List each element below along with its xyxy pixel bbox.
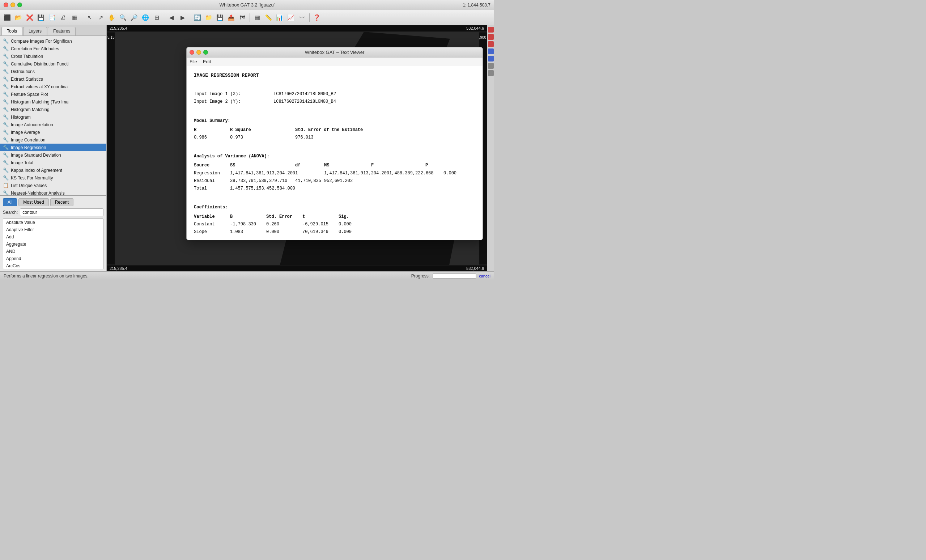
rs-btn-1[interactable]: [488, 27, 494, 33]
forward-tool[interactable]: ▶: [178, 13, 188, 23]
result-append[interactable]: Append: [3, 255, 103, 262]
tool-extract-statistics[interactable]: 🔧 Extract Statistics: [0, 75, 106, 83]
zoom-in-tool[interactable]: 🔍: [118, 13, 128, 23]
result-aggregate[interactable]: Aggregate: [3, 241, 103, 248]
print-button[interactable]: 🖨: [58, 13, 68, 23]
tool-nearest-neighbour[interactable]: 🔧 Nearest-Neighbour Analysis: [0, 189, 106, 195]
tool-distributions[interactable]: 🔧 Distributions: [0, 68, 106, 75]
anova-row-2: Residual 39,733,791,539,379.710 41,710,8…: [194, 178, 475, 185]
pan-tool[interactable]: ✋: [107, 13, 117, 23]
open-button[interactable]: 📂: [14, 13, 24, 23]
result-add[interactable]: Add: [3, 233, 103, 241]
tab-layers[interactable]: Layers: [23, 27, 47, 35]
tool-cumulative-dist[interactable]: 🔧 Cumulative Distribution Functi: [0, 60, 106, 68]
tool-histogram-matching[interactable]: 🔧 Histogram Matching: [0, 106, 106, 113]
report-title: IMAGE REGRESSION REPORT: [194, 72, 475, 80]
measure-tool[interactable]: 📏: [263, 13, 274, 23]
result-and[interactable]: AND: [3, 248, 103, 255]
tool-search-results: Absolute Value Adaptive Filter Add Aggre…: [3, 218, 103, 269]
menu-file[interactable]: File: [189, 59, 197, 64]
rs-btn-2[interactable]: [488, 34, 494, 40]
map-tool[interactable]: 🗺: [237, 13, 247, 23]
tool-image-correlation[interactable]: 🔧 Image Correlation: [0, 136, 106, 144]
close-button[interactable]: [4, 3, 8, 7]
coeff-row-1: Constant -1,798.330 0.260 -6,929.015 0.0…: [194, 221, 475, 228]
rs-btn-6[interactable]: [488, 63, 494, 69]
search-label: Search:: [3, 210, 18, 215]
tool-autocorrelation[interactable]: 🔧 Image Autocorrelation: [0, 121, 106, 129]
save-all-button[interactable]: 📑: [47, 13, 57, 23]
back-tool[interactable]: ◀: [166, 13, 177, 23]
rs-btn-5[interactable]: [488, 56, 494, 62]
coeff-col-sig: Sig.: [339, 213, 368, 220]
rs-btn-4[interactable]: [488, 48, 494, 54]
open-raster-tool[interactable]: 📁: [204, 13, 214, 23]
legend-tool[interactable]: 📊: [275, 13, 284, 23]
tool-kappa-index[interactable]: 🔧 Kappa Index of Agreement: [0, 166, 106, 174]
save-button[interactable]: 💾: [36, 13, 46, 23]
col-std-error: Std. Error of the Estimate: [295, 127, 363, 133]
tab-tools[interactable]: Tools: [2, 27, 23, 35]
tool-label: Feature Space Plot: [11, 92, 48, 97]
result-adaptive-filter[interactable]: Adaptive Filter: [3, 226, 103, 233]
zoom-select-tool[interactable]: ⊞: [151, 13, 162, 23]
dialog-maximize-button[interactable]: [203, 50, 208, 54]
tool-cross-tabulation[interactable]: 🔧 Cross Tabulation: [0, 53, 106, 60]
result-arccos[interactable]: ArcCos: [3, 262, 103, 269]
col-r-square: R Square: [230, 127, 295, 133]
tool-extract-values[interactable]: 🔧 Extract values at XY coordina: [0, 83, 106, 91]
select-alt-tool[interactable]: ↗: [95, 13, 106, 23]
result-absolute-value[interactable]: Absolute Value: [3, 219, 103, 226]
layout-button[interactable]: ▦: [70, 13, 80, 23]
save-raster-tool[interactable]: 💾: [215, 13, 225, 23]
minimize-button[interactable]: [11, 3, 15, 7]
tool-icon: 🔧: [3, 160, 9, 165]
tool-list-unique[interactable]: 📋 List Unique Values: [0, 182, 106, 189]
filter-most-used[interactable]: Most Used: [18, 198, 48, 206]
help-tool[interactable]: ❓: [312, 13, 322, 23]
anova-col-f: F: [371, 162, 425, 169]
maximize-button[interactable]: [17, 3, 22, 7]
search-input[interactable]: [20, 208, 103, 216]
filter-all[interactable]: All: [3, 198, 17, 206]
table-tool[interactable]: ▦: [252, 13, 262, 23]
tool-feature-space[interactable]: 🔧 Feature Space Plot: [0, 91, 106, 98]
tool-icon: 🔧: [3, 122, 9, 127]
tool-compare-images[interactable]: 🔧 Compare Images For Significan: [0, 37, 106, 45]
tool-correlation[interactable]: 🔧 Correlation For Attributes: [0, 45, 106, 53]
tool-image-total[interactable]: 🔧 Image Total: [0, 159, 106, 166]
export-tool[interactable]: 📤: [226, 13, 236, 23]
zoom-out-tool[interactable]: 🔎: [129, 13, 139, 23]
anova-p-3: [425, 185, 454, 192]
anova-col-ss: SS: [230, 162, 295, 169]
dialog-close-button[interactable]: [189, 50, 194, 54]
close-layer-button[interactable]: ❌: [24, 13, 35, 23]
tool-image-std-dev[interactable]: 🔧 Image Standard Deviation: [0, 151, 106, 159]
cancel-button[interactable]: cancel: [479, 274, 490, 278]
refresh-tool[interactable]: 🔄: [192, 13, 203, 23]
dialog-content: IMAGE REGRESSION REPORT Input Image 1 (X…: [187, 66, 483, 240]
tool-image-average[interactable]: 🔧 Image Average: [0, 129, 106, 136]
filter-recent[interactable]: Recent: [50, 198, 73, 206]
tool-ks-test[interactable]: 🔧 KS Test For Normality: [0, 174, 106, 182]
dialog-minimize-button[interactable]: [197, 50, 201, 54]
map-area[interactable]: 215,285.4 532,044.6 215,285.4 532,044.6 …: [107, 25, 487, 271]
zoom-full-tool[interactable]: 🌐: [140, 13, 150, 23]
text-viewer-dialog[interactable]: Whitebox GAT – Text Viewer File Edit IMA…: [186, 47, 483, 240]
new-button[interactable]: ⬛: [2, 13, 12, 23]
wave-tool[interactable]: 〰: [297, 13, 307, 23]
coeff-col-stderr: Std. Error: [266, 213, 303, 220]
main-toolbar: ⬛ 📂 ❌ 💾 📑 🖨 ▦ ↖ ↗ ✋ 🔍 🔎 🌐 ⊞ ◀ ▶ 🔄 📁 💾 📤 …: [0, 10, 494, 25]
rs-btn-7[interactable]: [488, 70, 494, 76]
top-left-coord: 215,285.4: [110, 26, 127, 30]
tool-list: 🔧 Compare Images For Significan 🔧 Correl…: [0, 36, 106, 195]
tool-icon: 🔧: [3, 53, 9, 59]
chart-tool[interactable]: 📈: [286, 13, 296, 23]
tab-features[interactable]: Features: [48, 27, 76, 35]
menu-edit[interactable]: Edit: [203, 59, 211, 64]
select-tool[interactable]: ↖: [84, 13, 94, 23]
rs-btn-3[interactable]: [488, 41, 494, 47]
tool-histogram-matching-two[interactable]: 🔧 Histogram Matching (Two Ima: [0, 98, 106, 106]
tool-histogram[interactable]: 🔧 Histogram: [0, 113, 106, 121]
tool-image-regression[interactable]: 🔧 Image Regression: [0, 144, 106, 151]
